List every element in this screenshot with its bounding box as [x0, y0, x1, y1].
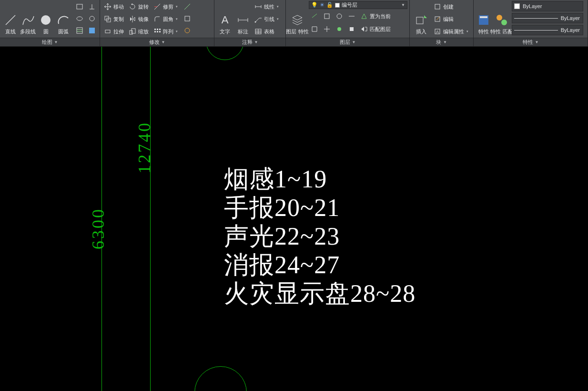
scale-button[interactable]: 缩放: [127, 26, 151, 37]
draw-tool-c[interactable]: [86, 25, 98, 36]
match-layer-label: 匹配图层: [370, 26, 391, 33]
svg-rect-12: [154, 29, 156, 30]
svg-point-24: [337, 27, 341, 31]
array-button[interactable]: 阵列▾: [152, 26, 180, 37]
draw-tool-a[interactable]: [86, 1, 98, 12]
line-label: 直线: [5, 29, 16, 34]
line-button[interactable]: 直线: [2, 1, 19, 36]
circle-button[interactable]: 圆: [38, 1, 54, 36]
svg-rect-9: [105, 30, 110, 33]
stretch-button[interactable]: 拉伸: [102, 26, 126, 37]
match-layer-icon: [360, 25, 368, 33]
copy-button[interactable]: 复制: [102, 13, 126, 25]
draw-tool-b[interactable]: [86, 13, 98, 24]
svg-rect-17: [159, 31, 161, 32]
panel-annot-title-text: 注释: [242, 39, 253, 46]
match-properties-label: 特性 匹配: [490, 29, 513, 34]
panel-draw-title[interactable]: 绘图▼: [0, 38, 100, 46]
layer-tool-f[interactable]: [321, 23, 333, 35]
text-line-1: 烟感1~19: [224, 165, 416, 194]
trim-button[interactable]: 修剪▾: [152, 1, 180, 12]
svg-rect-22: [324, 14, 329, 19]
layers-icon: [291, 13, 304, 27]
leader-button[interactable]: 引线▾: [253, 13, 281, 25]
panel-draw-title-text: 绘图: [42, 39, 52, 46]
rotate-icon: [129, 3, 136, 10]
circle-icon: [39, 13, 52, 27]
dim-button[interactable]: 标注: [234, 1, 252, 36]
linetype-sample: [514, 30, 558, 31]
svg-rect-10: [130, 31, 132, 34]
panel-block-title[interactable]: 块▼: [410, 38, 473, 46]
polyline-icon: [21, 13, 35, 27]
modify-tool-c[interactable]: [182, 25, 193, 36]
fillet-icon: [153, 15, 161, 23]
panel-annot-title[interactable]: 注释▼: [214, 38, 285, 46]
draw-ellipse-button[interactable]: [74, 13, 85, 24]
match-layer-button[interactable]: 匹配图层: [358, 23, 393, 35]
text-line-2: 手报20~21: [224, 194, 416, 222]
modify-tool-b[interactable]: [182, 13, 193, 24]
linear-button[interactable]: 线性▾: [253, 1, 281, 12]
move-label: 移动: [113, 3, 124, 10]
layer-tool-b[interactable]: [321, 10, 333, 22]
panel-props-title[interactable]: 特性▼: [474, 38, 588, 46]
svg-rect-11: [132, 29, 135, 33]
arc-button[interactable]: 圆弧: [55, 1, 72, 36]
array-label: 阵列: [163, 28, 173, 35]
panel-modify-title[interactable]: 修改▼: [100, 38, 214, 46]
draw-rect-button[interactable]: [74, 1, 85, 12]
polyline-label: 多段线: [20, 29, 36, 34]
properties-icon: [477, 13, 490, 27]
panel-modify: 移动 复制 拉伸 旋转 镜像: [100, 0, 214, 46]
edit-block-button[interactable]: 编辑: [432, 13, 470, 25]
modify-tool-a[interactable]: [182, 1, 193, 12]
layer-tool-e[interactable]: [309, 23, 320, 35]
svg-rect-18: [185, 16, 190, 21]
edit-attr-button[interactable]: A 编辑属性▾: [432, 26, 470, 37]
linear-icon: [254, 3, 262, 10]
layer-bulb-icon: 💡: [311, 2, 318, 8]
fillet-button[interactable]: 圆角▾: [152, 13, 180, 25]
properties-button[interactable]: 特性: [476, 1, 492, 36]
layer-tool-g[interactable]: [334, 23, 345, 35]
layer-sun-icon: ☀: [320, 2, 324, 8]
polyline-button[interactable]: 多段线: [20, 1, 36, 36]
drawing-canvas[interactable]: 6300 12740 烟感1~19 手报20~21 声光22~23 消报24~2…: [0, 47, 588, 391]
mirror-button[interactable]: 镜像: [127, 13, 151, 25]
panel-props-title-text: 特性: [523, 39, 533, 46]
set-current-button[interactable]: 置为当前: [358, 10, 393, 22]
panel-layers-title[interactable]: 图层▼: [286, 38, 409, 46]
layer-tool-h[interactable]: [346, 23, 357, 35]
table-icon: [254, 28, 262, 35]
svg-rect-6: [89, 28, 95, 33]
layer-tool-a[interactable]: [309, 10, 320, 22]
svg-rect-27: [435, 4, 440, 9]
stretch-icon: [104, 28, 112, 35]
rotate-button[interactable]: 旋转: [127, 1, 151, 12]
mirror-icon: [129, 15, 136, 23]
color-dropdown[interactable]: ByLayer: [512, 1, 583, 11]
svg-rect-14: [159, 29, 161, 30]
svg-rect-26: [416, 17, 423, 24]
layer-tool-c[interactable]: [334, 10, 345, 22]
layer-dropdown[interactable]: 💡 ☀ 🔓 编号层 ▼: [309, 1, 407, 9]
dimension-a: 6300: [88, 207, 108, 249]
svg-point-23: [337, 14, 342, 19]
linetype-dropdown[interactable]: ByLayer: [512, 25, 583, 35]
layer-properties-button[interactable]: 图层 特性: [288, 1, 307, 36]
text-line-4: 消报24~27: [224, 251, 416, 279]
text-button[interactable]: A 文字: [216, 1, 233, 36]
create-block-button[interactable]: 创建: [432, 1, 470, 12]
layer-tool-d[interactable]: [346, 10, 357, 22]
match-properties-button[interactable]: 特性 匹配: [494, 1, 510, 36]
panel-props: 特性 特性 匹配 ByLayer ByLayer ByLayer: [474, 0, 588, 46]
insert-button[interactable]: 插入: [412, 1, 431, 36]
svg-point-20: [255, 21, 256, 23]
rotate-label: 旋转: [138, 3, 149, 10]
table-button[interactable]: 表格: [253, 26, 281, 37]
draw-hatch-button[interactable]: [74, 25, 85, 36]
lineweight-dropdown[interactable]: ByLayer: [512, 13, 583, 23]
ribbon: 直线 多段线 圆 圆弧: [0, 0, 588, 47]
move-button[interactable]: 移动: [102, 1, 126, 12]
